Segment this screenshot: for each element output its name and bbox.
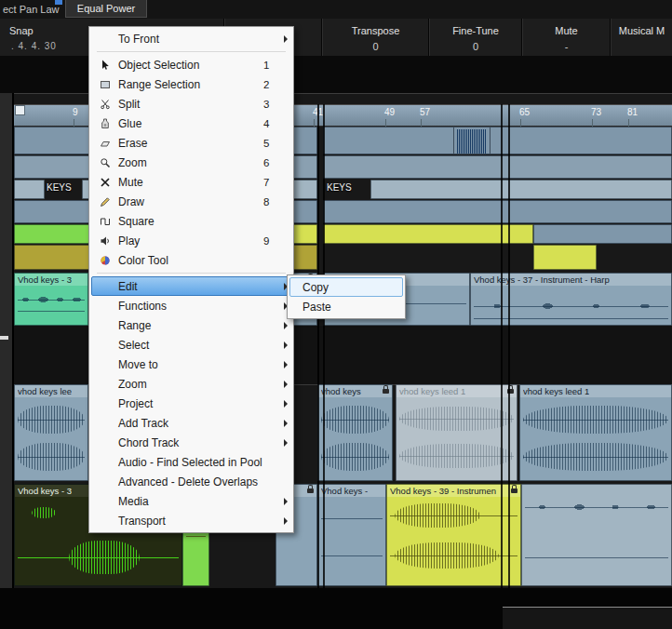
toolbar-field-label: Fine-Tune <box>429 25 522 36</box>
clip-segment[interactable] <box>370 180 672 199</box>
track-name-label: KEYS <box>327 182 352 193</box>
menu-item-draw[interactable]: Draw8 <box>91 192 291 211</box>
menu-item-split[interactable]: Split3 <box>91 94 291 114</box>
audio-clip[interactable]: vhod keys leed 1 <box>519 384 672 481</box>
locator-line[interactable] <box>323 104 325 588</box>
submenu-arrow-icon <box>278 517 288 525</box>
clip-segment[interactable] <box>323 155 672 179</box>
snap-grid-value[interactable]: . 4. 4. 30 <box>11 41 57 51</box>
audio-clip[interactable]: Vhod keys - 3 <box>14 273 88 326</box>
waveform <box>18 294 85 305</box>
menu-item-shortcut: 6 <box>263 157 278 168</box>
audio-clip[interactable]: vhod keys <box>317 384 393 481</box>
ruler-tick-line <box>520 119 521 127</box>
menu-item-media[interactable]: Media <box>91 491 291 511</box>
toolbar-field-label: Transpose <box>322 25 429 36</box>
audio-clip[interactable]: vhod keys lee <box>14 384 88 481</box>
track-list-edge <box>0 93 14 588</box>
menu-item-shortcut: 7 <box>263 177 278 188</box>
menu-item-object-selection[interactable]: Object Selection1 <box>91 55 291 74</box>
menu-item-label: Draw <box>115 195 263 208</box>
audio-clip[interactable]: Vhod keys - <box>317 484 386 586</box>
menu-item-label: Functions <box>115 300 263 313</box>
toolbar-field-value: 0 <box>322 41 429 52</box>
erase-icon <box>95 138 115 149</box>
ruler-tick-label: 81 <box>627 107 638 117</box>
locator-line[interactable] <box>508 104 510 629</box>
waveform <box>474 318 668 319</box>
menu-item-advanced-delete-overlaps[interactable]: Advanced - Delete Overlaps <box>91 472 291 491</box>
menu-item-select[interactable]: Select <box>91 335 291 355</box>
menu-item-label: Play <box>115 234 263 248</box>
submenu-item-label: Paste <box>300 301 399 314</box>
menu-item-square[interactable]: Square <box>91 211 291 231</box>
menu-item-label: Audio - Find Selected in Pool <box>115 456 263 469</box>
equal-power-button[interactable]: Equal Power <box>65 0 147 18</box>
ruler-tick-line <box>628 119 629 127</box>
clip-segment[interactable] <box>521 484 672 586</box>
submenu-item-paste[interactable]: Paste <box>289 297 403 316</box>
waveform <box>18 311 85 312</box>
clip-segment[interactable] <box>453 127 491 154</box>
menu-item-shortcut: 2 <box>263 79 278 90</box>
lock-icon <box>307 488 314 493</box>
menu-item-chord-track[interactable]: Chord Track <box>91 433 291 452</box>
waveform <box>525 557 668 558</box>
audio-clip[interactable]: vhod keys leed 1 <box>396 384 517 481</box>
menu-item-range[interactable]: Range <box>91 315 291 335</box>
submenu-item-copy[interactable]: Copy <box>289 277 403 297</box>
menu-item-label: Erase <box>115 137 263 150</box>
ruler-marker-icon <box>15 105 25 115</box>
menu-item-zoom[interactable]: Zoom6 <box>91 153 291 172</box>
clip-segment[interactable] <box>14 180 45 199</box>
menu-item-edit[interactable]: Edit <box>91 276 291 296</box>
menu-separator <box>97 51 286 52</box>
toolbar-field-transpose[interactable]: Transpose0 <box>321 19 429 56</box>
menu-item-play[interactable]: Play9 <box>91 231 291 250</box>
menu-item-audio-find-selected-in-pool[interactable]: Audio - Find Selected in Pool <box>91 452 291 472</box>
clip-segment[interactable] <box>323 127 672 154</box>
menu-item-to-front[interactable]: To Front <box>91 29 291 48</box>
menu-item-add-track[interactable]: Add Track <box>91 413 291 433</box>
menu-item-transport[interactable]: Transport <box>91 511 291 530</box>
ruler-tick-label: 9 <box>73 107 78 117</box>
menu-item-label: Media <box>115 495 263 508</box>
locator-line[interactable] <box>501 104 503 629</box>
menu-item-mute[interactable]: Mute7 <box>91 172 291 192</box>
clip-segment[interactable] <box>533 245 597 270</box>
clip-segment[interactable] <box>14 224 91 244</box>
object-selection-icon <box>95 60 115 71</box>
menu-item-label: Mute <box>115 176 263 189</box>
menu-item-label: To Front <box>115 33 263 46</box>
clip-title: Vhod keys - 37 - Instrument - Harp <box>474 274 610 286</box>
clip-segment[interactable] <box>323 200 672 223</box>
menu-item-color-tool[interactable]: Color Tool <box>91 250 291 270</box>
edit-submenu: CopyPaste <box>287 274 406 319</box>
clip-segment[interactable] <box>533 224 672 244</box>
clip-header: Vhod keys - 3 <box>15 274 87 286</box>
menu-item-move-to[interactable]: Move to <box>91 355 291 374</box>
menu-item-erase[interactable]: Erase5 <box>91 133 291 153</box>
ruler-tick-line <box>421 119 422 127</box>
menu-item-label: Zoom <box>115 156 263 169</box>
menu-item-glue[interactable]: Glue4 <box>91 114 291 133</box>
menu-item-functions[interactable]: Functions <box>91 296 291 315</box>
pan-law-label: ect Pan Law <box>3 4 60 15</box>
clip-title: Vhod keys - 39 - Instrumen <box>390 485 496 497</box>
menu-item-project[interactable]: Project <box>91 394 291 413</box>
toolbar-field-musical-m[interactable]: Musical M <box>610 19 672 56</box>
waveform <box>525 502 668 513</box>
menu-item-range-selection[interactable]: Range Selection2 <box>91 74 291 94</box>
menu-item-shortcut: 3 <box>263 99 278 110</box>
submenu-arrow-icon <box>278 439 288 447</box>
menu-item-zoom[interactable]: Zoom <box>91 374 291 394</box>
toolbar-field-fine-tune[interactable]: Fine-Tune0 <box>428 19 522 56</box>
submenu-arrow-icon <box>278 322 288 329</box>
submenu-arrow-icon <box>278 381 288 388</box>
waveform <box>18 420 85 421</box>
waveform <box>32 507 56 518</box>
locator-line[interactable] <box>317 104 319 588</box>
submenu-arrow-icon <box>278 341 288 349</box>
toolbar-field-mute[interactable]: Mute- <box>521 19 611 56</box>
track-divider-handle[interactable] <box>0 336 8 340</box>
